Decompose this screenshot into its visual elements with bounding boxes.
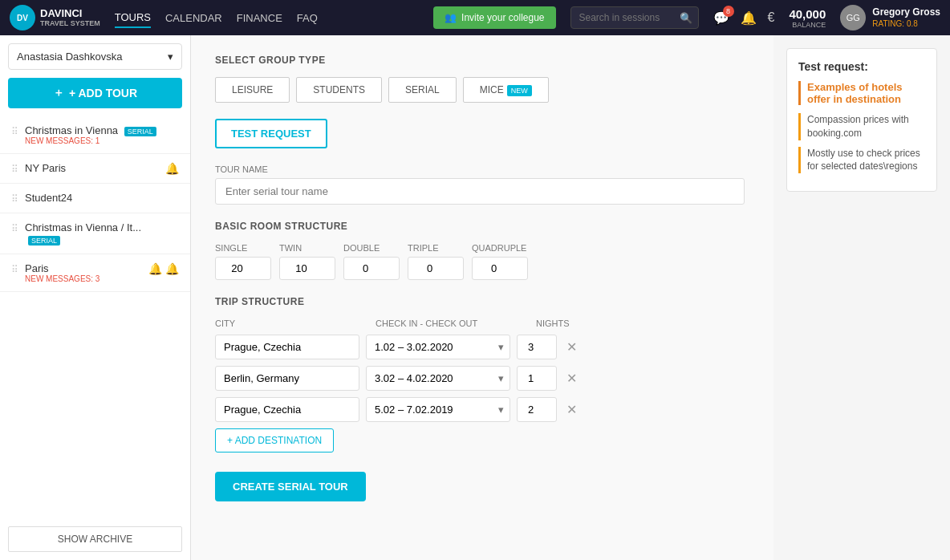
avatar: GG [840, 5, 866, 30]
list-item[interactable]: ⠿ Student24 [0, 184, 190, 213]
notifications-icon[interactable]: 🔔 [741, 10, 757, 26]
nights-input[interactable] [517, 335, 557, 359]
tour-name-label: Paris [25, 262, 142, 274]
remove-trip-button[interactable]: ✕ [563, 402, 580, 417]
group-type-button[interactable]: MICENEW [463, 77, 549, 103]
city-input[interactable] [215, 397, 359, 422]
tour-name-input[interactable] [215, 178, 745, 205]
invite-button[interactable]: 👥 Invite your collegue [433, 6, 555, 29]
add-tour-label: + ADD TOUR [69, 87, 137, 99]
room-input[interactable] [215, 257, 271, 280]
room-input[interactable] [408, 257, 464, 280]
drag-handle: ⠿ [11, 193, 18, 205]
remove-trip-button[interactable]: ✕ [563, 371, 580, 386]
select-group-section: SELECT GROUP TYPE LEISURESTUDENTSSERIALM… [215, 55, 749, 103]
col-city: CITY [215, 319, 376, 328]
room-field: QUADRUPLE [472, 243, 528, 280]
nav-faq[interactable]: FAQ [297, 9, 318, 27]
table-row: 3.02 – 4.02.2020 ▾ ✕ [215, 366, 749, 391]
group-type-button[interactable]: LEISURE [215, 77, 290, 103]
col-nights: NIGHTS [536, 319, 584, 328]
info-items: Compassion prices with booking.comMostly… [798, 113, 925, 173]
add-tour-button[interactable]: ＋ + ADD TOUR [8, 78, 182, 108]
group-type-row: LEISURESTUDENTSSERIALMICENEW [215, 77, 749, 103]
list-item[interactable]: ⠿ Christmas in Vienna SERIAL NEW MESSAGE… [0, 116, 190, 154]
tour-name-label: Christmas in Vienna / It... SERIAL [25, 221, 173, 246]
dropdown-label: Anastasia Dashkovska [17, 51, 123, 63]
tour-name-label: Christmas in Vienna SERIAL [25, 124, 173, 136]
info-title: Test request: [798, 60, 925, 73]
list-item[interactable]: ⠿ Paris NEW MESSAGES: 3 🔔 🔔 [0, 254, 190, 292]
room-structure-title: BASIC ROOM STRUCTURE [215, 221, 749, 232]
nav-icons: 💬 8 🔔 € [713, 10, 775, 26]
room-label: TWIN [279, 243, 335, 253]
room-structure-section: BASIC ROOM STRUCTURE SINGLE TWIN DOUBLE … [215, 221, 749, 280]
tour-name-label: NY Paris [25, 162, 159, 174]
room-input[interactable] [472, 257, 528, 280]
room-field: SINGLE [215, 243, 271, 280]
brand-name: DAVINCI [40, 7, 100, 20]
table-row: 5.02 – 7.02.2019 ▾ ✕ [215, 397, 749, 422]
chevron-down-icon: ▾ [168, 51, 173, 63]
info-highlight: Examples of hotels offer in destination [798, 81, 925, 105]
city-input[interactable] [215, 335, 359, 359]
tour-badge: SERIAL [28, 236, 60, 246]
tour-badge: SERIAL [124, 127, 156, 136]
nav-finance[interactable]: FINANCE [237, 9, 282, 27]
info-item: Mostly use to check prices for selected … [798, 147, 925, 174]
date-select[interactable]: 3.02 – 4.02.2020 [366, 366, 510, 391]
user-name: Gregory Gross [872, 6, 940, 19]
nights-input[interactable] [517, 366, 557, 391]
drag-handle: ⠿ [11, 164, 18, 175]
remove-trip-button[interactable]: ✕ [563, 339, 580, 355]
search-area: 🔍 [570, 6, 699, 29]
brand-sub: TRAVEL SYSTEM [40, 19, 100, 28]
select-group-title: SELECT GROUP TYPE [215, 55, 749, 66]
tour-name-label: TOUR NAME [215, 164, 745, 174]
date-select[interactable]: 5.02 – 7.02.2019 [366, 397, 510, 422]
invite-icon: 👥 [445, 12, 457, 23]
tour-messages: NEW MESSAGES: 3 [25, 274, 142, 283]
logo: DV DAVINCI TRAVEL SYSTEM [10, 5, 100, 30]
page-layout: Anastasia Dashkovska ▾ ＋ + ADD TOUR ⠿ Ch… [0, 35, 950, 560]
info-item: Compassion prices with booking.com [798, 113, 925, 140]
top-navigation: DV DAVINCI TRAVEL SYSTEM TOURS CALENDAR … [0, 0, 950, 35]
group-type-button[interactable]: SERIAL [388, 77, 457, 103]
date-select[interactable]: 1.02 – 3.02.2020 [366, 335, 510, 359]
date-select-wrapper: 5.02 – 7.02.2019 ▾ [366, 397, 510, 422]
show-archive-button[interactable]: SHOW ARCHIVE [8, 526, 182, 552]
trip-structure-title: TRIP STRUCTURE [215, 296, 749, 307]
invite-label: Invite your collegue [461, 12, 544, 23]
trip-structure-section: TRIP STRUCTURE CITY CHECK IN - CHECK OUT… [215, 296, 749, 472]
user-dropdown[interactable]: Anastasia Dashkovska ▾ [8, 43, 182, 70]
user-menu[interactable]: GG Gregory Gross RATING: 0.8 [840, 5, 940, 30]
balance-label: BALANCE [789, 21, 826, 29]
room-input[interactable] [343, 257, 400, 280]
room-input[interactable] [279, 257, 335, 280]
test-request-button[interactable]: TEST REQUEST [215, 119, 327, 148]
tour-messages: NEW MESSAGES: 1 [25, 136, 173, 145]
create-serial-tour-button[interactable]: CREATE SERIAL TOUR [215, 472, 366, 501]
messages-badge: 8 [723, 6, 734, 17]
messages-icon[interactable]: 💬 8 [713, 10, 729, 26]
currency-icon[interactable]: € [768, 10, 775, 25]
tour-name-group: TOUR NAME [215, 164, 745, 205]
list-item[interactable]: ⠿ NY Paris 🔔 [0, 154, 190, 184]
tour-name-label: Student24 [25, 192, 173, 204]
room-field: TWIN [279, 243, 335, 280]
room-field: DOUBLE [343, 243, 400, 280]
add-destination-button[interactable]: + ADD DESTINATION [215, 428, 334, 452]
list-item[interactable]: ⠿ Christmas in Vienna / It... SERIAL [0, 213, 190, 254]
city-input[interactable] [215, 366, 359, 391]
group-type-button[interactable]: STUDENTS [296, 77, 382, 103]
drag-handle: ⠿ [11, 264, 18, 275]
bell-icon: 🔔 [165, 262, 179, 275]
nav-calendar[interactable]: CALENDAR [165, 9, 222, 27]
user-rating: RATING: 0.8 [872, 18, 940, 29]
bell-red-icon: 🔔 [148, 262, 162, 275]
room-label: DOUBLE [343, 243, 400, 253]
room-field: TRIPLE [408, 243, 464, 280]
nights-input[interactable] [517, 397, 557, 422]
nav-links: TOURS CALENDAR FINANCE FAQ [115, 8, 318, 28]
nav-tours[interactable]: TOURS [115, 8, 151, 28]
